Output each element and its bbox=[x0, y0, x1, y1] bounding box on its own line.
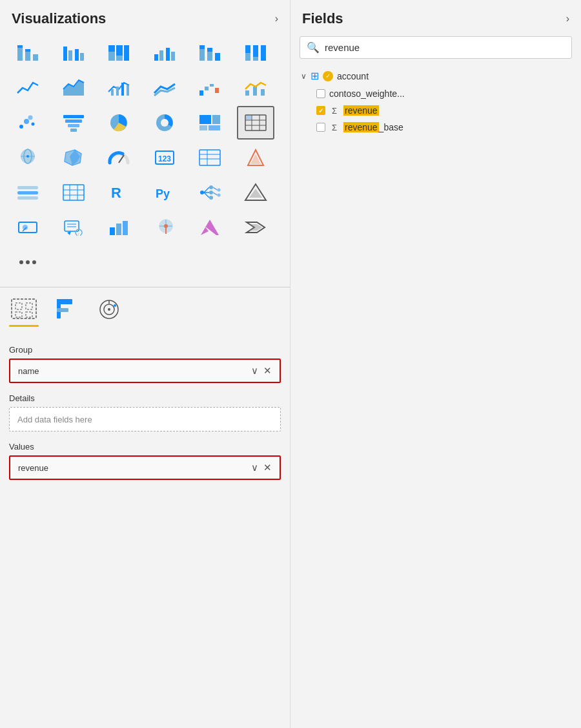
viz-card[interactable]: 123 bbox=[146, 141, 183, 174]
viz-clustered-bar[interactable] bbox=[55, 36, 92, 70]
svg-rect-29 bbox=[111, 89, 114, 96]
svg-rect-35 bbox=[210, 84, 214, 87]
viz-donut[interactable] bbox=[146, 106, 183, 140]
viz-matrix[interactable] bbox=[237, 106, 274, 140]
viz-gauge[interactable] bbox=[100, 141, 138, 174]
tab-analytics[interactable] bbox=[94, 296, 124, 332]
values-field-controls: ∨ ✕ bbox=[251, 462, 272, 473]
svg-point-118 bbox=[32, 260, 36, 264]
viz-combo[interactable] bbox=[237, 71, 274, 105]
account-table-name: account bbox=[337, 71, 369, 81]
viz-table2[interactable] bbox=[55, 176, 92, 209]
svg-rect-34 bbox=[205, 87, 209, 90]
svg-rect-76 bbox=[17, 196, 38, 200]
viz-stacked-bar-100[interactable] bbox=[100, 36, 138, 70]
values-field-close[interactable]: ✕ bbox=[263, 462, 272, 473]
viz-slicer[interactable] bbox=[9, 176, 46, 209]
viz-tabs bbox=[0, 290, 290, 332]
svg-rect-46 bbox=[68, 124, 79, 127]
viz-panel-header: Visualizations › bbox=[0, 0, 290, 34]
svg-rect-22 bbox=[215, 53, 220, 61]
viz-panel-chevron[interactable]: › bbox=[275, 13, 278, 25]
viz-text-filter[interactable] bbox=[9, 211, 46, 244]
viz-geo[interactable] bbox=[146, 211, 183, 244]
fields-panel-header: Fields › bbox=[290, 0, 581, 34]
svg-rect-121 bbox=[26, 303, 32, 309]
viz-line-clustered[interactable] bbox=[100, 71, 138, 105]
values-field-chevron[interactable]: ∨ bbox=[251, 462, 258, 473]
svg-rect-15 bbox=[159, 50, 163, 61]
fields-panel: Fields › 🔍 ∨ ⊞ ✓ account contoso_weighte… bbox=[290, 0, 581, 728]
viz-100-stacked-column[interactable] bbox=[237, 36, 274, 70]
values-field-zone[interactable]: revenue ∨ ✕ bbox=[9, 455, 281, 480]
viz-r-visual[interactable]: R bbox=[100, 176, 138, 209]
viz-scatter[interactable] bbox=[9, 106, 46, 140]
revenue-base-field-name: revenue_base bbox=[343, 122, 403, 132]
values-label: Values bbox=[9, 442, 281, 452]
group-field-zone[interactable]: name ∨ ✕ bbox=[9, 359, 281, 383]
viz-map[interactable] bbox=[9, 141, 46, 174]
viz-custom-chevron[interactable] bbox=[237, 211, 274, 244]
svg-point-64 bbox=[26, 155, 29, 158]
tab-fields[interactable] bbox=[9, 296, 39, 332]
revenue-checkbox[interactable] bbox=[316, 106, 325, 115]
svg-rect-33 bbox=[199, 90, 203, 96]
svg-rect-52 bbox=[212, 115, 220, 124]
search-input[interactable] bbox=[325, 42, 565, 53]
field-revenue-base[interactable]: Σ revenue_base bbox=[312, 119, 575, 136]
viz-table[interactable] bbox=[191, 141, 229, 174]
viz-kpi[interactable] bbox=[237, 141, 274, 174]
svg-line-93 bbox=[213, 187, 218, 190]
revenue-field-name: revenue bbox=[343, 105, 379, 116]
group-field-value: name bbox=[18, 366, 39, 376]
svg-line-65 bbox=[119, 155, 124, 163]
svg-point-42 bbox=[32, 123, 35, 126]
svg-rect-39 bbox=[261, 89, 265, 96]
viz-icons-grid: 123 R Py ↑ bbox=[0, 34, 290, 284]
field-contoso-weighted[interactable]: contoso_weighte... bbox=[312, 85, 575, 102]
svg-rect-38 bbox=[253, 87, 257, 96]
account-table-header[interactable]: ∨ ⊞ ✓ account bbox=[297, 67, 575, 85]
viz-shape-map[interactable] bbox=[55, 141, 92, 174]
viz-treemap[interactable] bbox=[191, 106, 229, 140]
contoso-checkbox[interactable] bbox=[316, 89, 325, 98]
viz-clustered-column[interactable] bbox=[146, 36, 183, 70]
viz-bar-custom[interactable] bbox=[100, 211, 138, 244]
svg-line-92 bbox=[204, 192, 209, 198]
viz-line[interactable] bbox=[9, 71, 46, 105]
viz-decomp-tree[interactable] bbox=[191, 176, 229, 209]
viz-panel-title: Visualizations bbox=[12, 10, 106, 27]
viz-more[interactable] bbox=[9, 245, 46, 279]
fields-panel-chevron[interactable]: › bbox=[566, 13, 569, 25]
viz-smart-narrative[interactable]: ↑ bbox=[55, 211, 92, 244]
group-field-close[interactable]: ✕ bbox=[263, 365, 272, 377]
viz-waterfall[interactable] bbox=[191, 71, 229, 105]
viz-python[interactable]: Py bbox=[146, 176, 183, 209]
group-field-chevron[interactable]: ∨ bbox=[251, 365, 258, 377]
viz-area[interactable] bbox=[55, 71, 92, 105]
revenue-base-checkbox[interactable] bbox=[316, 123, 325, 132]
visualizations-panel: Visualizations › bbox=[0, 0, 290, 728]
viz-funnel[interactable] bbox=[55, 106, 92, 140]
svg-point-87 bbox=[209, 196, 213, 200]
search-box[interactable]: 🔍 bbox=[300, 36, 572, 59]
svg-point-117 bbox=[26, 260, 30, 264]
details-field-zone[interactable]: Add data fields here bbox=[9, 407, 281, 432]
viz-azure[interactable] bbox=[191, 211, 229, 244]
viz-ribbon[interactable] bbox=[146, 71, 183, 105]
field-revenue[interactable]: Σ revenue bbox=[312, 102, 575, 119]
svg-text:123: 123 bbox=[158, 154, 170, 163]
svg-rect-107 bbox=[110, 227, 115, 235]
svg-marker-103 bbox=[67, 231, 71, 235]
svg-point-40 bbox=[19, 125, 23, 129]
account-expand-chevron[interactable]: ∨ bbox=[301, 72, 307, 81]
viz-stacked-column[interactable] bbox=[191, 36, 229, 70]
svg-rect-13 bbox=[124, 45, 129, 61]
viz-pie[interactable] bbox=[100, 106, 138, 140]
fields-panel-title: Fields bbox=[302, 10, 343, 27]
tab-format[interactable] bbox=[52, 296, 81, 332]
svg-rect-36 bbox=[215, 88, 219, 93]
viz-custom1[interactable] bbox=[237, 176, 274, 209]
svg-point-89 bbox=[218, 194, 221, 197]
viz-stacked-bar[interactable] bbox=[9, 36, 46, 70]
